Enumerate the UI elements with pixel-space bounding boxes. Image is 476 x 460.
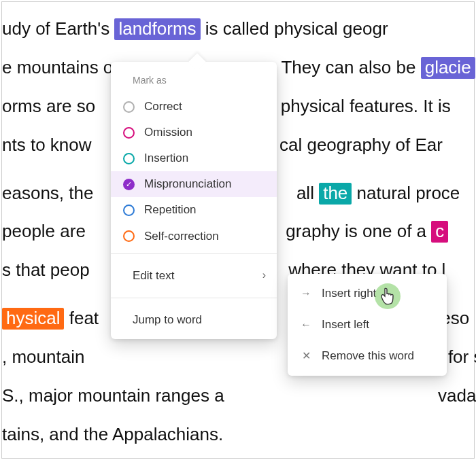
arrow-left-icon: ← [300,316,312,334]
highlighted-word-landforms[interactable]: landforms [114,18,200,40]
text-fragment: s that peop [2,260,90,280]
remove-word-item[interactable]: ✕ Remove this word [288,340,447,372]
text-fragment: tains, and the Appalachians. [2,424,223,444]
menu-item-label: Mispronunciation [144,177,232,192]
mark-as-menu: Mark as Correct Omission Insertion Mispr… [111,62,277,339]
menu-item-label: Insertion [144,151,188,166]
chevron-right-icon: › [262,266,266,284]
submenu-item-label: Remove this word [322,347,414,366]
text-fragment: graphy is one of a [286,221,431,241]
menu-header: Mark as [111,70,277,94]
mark-insertion[interactable]: Insertion [111,145,277,171]
submenu-item-label: Insert right [322,284,376,303]
highlighted-word-hysical[interactable]: hysical [2,308,64,330]
menu-item-label: Correct [144,99,182,114]
text-fragment: udy of Earth's [2,18,114,39]
highlighted-word-c[interactable]: c [431,221,448,243]
text-fragment: S., major mountain ranges a [2,385,224,406]
text-fragment: . They can also be [271,57,420,77]
text-fragment: for s [448,347,476,367]
text-fragment: e mountains or [2,57,119,77]
menu-item-label: Jump to word [133,311,202,330]
reading-passage-view: udy of Earth's landforms is called physi… [1,1,475,459]
radio-icon [123,127,135,139]
text-fragment: all [296,183,319,203]
text-fragment: , mountain [2,347,84,367]
mark-mispronunciation[interactable]: Mispronunciation [111,171,277,197]
radio-icon-checked [123,179,135,190]
edit-text-item[interactable]: Edit text › [111,258,277,294]
text-fragment: feat [64,308,99,328]
menu-item-label: Self-correction [144,229,219,244]
arrow-right-icon: → [300,285,312,302]
close-icon: ✕ [300,347,312,365]
mark-self-correction[interactable]: Self-correction [111,224,277,249]
mark-repetition[interactable]: Repetition [111,197,277,223]
text-fragment: easons, the [2,183,93,203]
submenu-item-label: Insert left [322,315,369,334]
highlighted-word-the[interactable]: the [319,183,352,205]
mark-omission[interactable]: Omission [111,120,277,145]
radio-icon [123,230,135,242]
menu-item-label: Omission [144,125,192,140]
mark-correct[interactable]: Correct [111,94,277,120]
menu-item-label: Edit text [133,266,174,285]
insert-right-item[interactable]: → Insert right [288,278,447,309]
text-fragment: people are [2,221,86,241]
highlighted-word-glacie[interactable]: glacie [421,57,475,79]
text-fragment: is called physical geogr [201,18,388,39]
text-fragment: natural proce [352,183,460,203]
text-fragment: vada [438,385,476,406]
text-fragment: orms are so [2,96,95,116]
text-fragment: nts to know [2,135,92,155]
menu-item-label: Repetition [144,202,197,217]
menu-separator [111,298,277,298]
insert-left-item[interactable]: ← Insert left [288,309,447,340]
radio-icon [123,101,135,113]
text-fragment: physical features. It is [281,96,451,116]
jump-to-word-item[interactable]: Jump to word [111,302,277,339]
radio-icon [123,153,135,164]
menu-separator [111,253,277,254]
text-fragment: cal geography of Ear [279,135,443,155]
edit-text-submenu: → Insert right ← Insert left ✕ Remove th… [288,274,447,376]
radio-icon [123,205,135,216]
